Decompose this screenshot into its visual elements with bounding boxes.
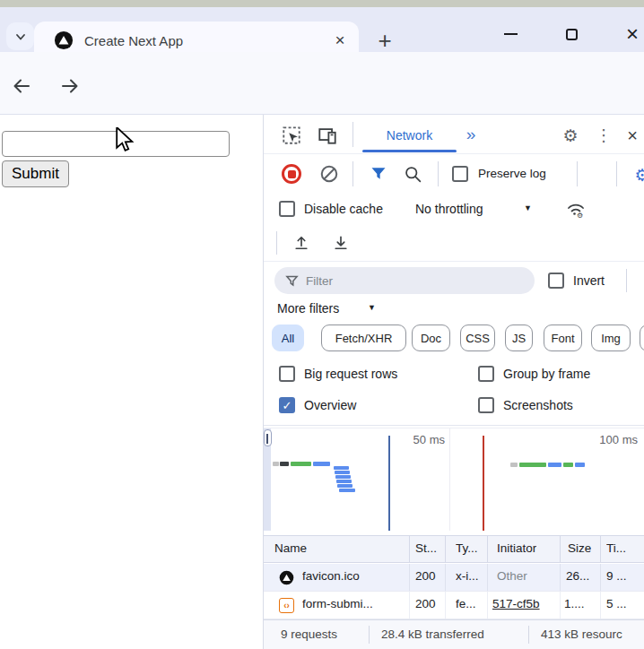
request-row-form-submission[interactable]: ‹› form-submi... 200 fe... 517-cf5b 1...… [264,592,644,619]
record-icon [282,164,301,184]
more-filters-button[interactable]: More filters [277,301,339,316]
tab-close-button[interactable]: × [328,29,352,52]
new-tab-button[interactable]: + [370,25,400,56]
gear-icon: ⚙ [634,165,644,186]
timeline-bar [575,463,585,467]
submit-button[interactable]: Submit [2,160,69,187]
overview-label: Overview [304,398,356,412]
tab-search-button[interactable] [6,22,34,50]
filter-chip-img[interactable]: Img [591,324,631,351]
timeline-bar [563,463,573,467]
devtools-settings-button[interactable]: ⚙ [557,122,584,149]
tab-network[interactable]: Network [362,118,457,152]
domcontentloaded-line [388,436,390,531]
preserve-log-checkbox[interactable] [452,166,468,182]
more-panels-button[interactable]: » [457,118,484,151]
timeline-bar [335,475,351,479]
mouse-cursor-icon [115,127,136,152]
disable-cache-label: Disable cache [304,202,383,216]
clear-icon [319,164,339,184]
timeline-scroll-handle[interactable] [264,429,272,446]
disable-cache-checkbox[interactable] [279,201,295,217]
desktop-edge-strip [0,0,644,7]
column-header-type[interactable]: Ty... [456,541,478,555]
inspect-element-button[interactable] [278,122,305,149]
timeline-bar [313,462,330,466]
filter-chip-css[interactable]: CSS [460,324,495,351]
screenshots-checkbox[interactable] [478,397,494,413]
throttling-row: Disable cache No throttling ▼ ⚙ [264,192,644,226]
export-har-button[interactable] [328,230,353,255]
network-summary-bar: 9 requests 28.4 kB transferred 413 kB re… [264,619,644,649]
timeline-bar [519,463,546,467]
filter-chip-all[interactable]: All [272,324,304,351]
timeline-bar [339,489,355,492]
overview-checkbox[interactable]: ✓ [279,397,295,413]
filter-input[interactable]: Filter [274,267,535,294]
load-event-line [483,436,484,531]
window-close-button[interactable]: × [612,14,644,54]
browser-window: Create Next App × + × localhost:3039 [0,0,644,649]
timeline-bar [291,462,311,466]
invert-label: Invert [573,273,605,288]
har-row [264,226,644,262]
filter-chip-fetch-xhr[interactable]: Fetch/XHR [321,324,406,351]
resources-size: 413 kB resourc [541,627,644,641]
devtools-close-button[interactable]: × [621,122,644,149]
column-header-initiator[interactable]: Initiator [497,541,536,555]
invert-checkbox[interactable] [548,273,564,289]
wifi-gear-icon: ⚙ [565,199,587,221]
screenshots-label: Screenshots [503,398,573,412]
inspect-icon [282,125,301,145]
maximize-icon [566,29,578,40]
timeline-tick-50ms: 50 ms [413,433,445,446]
clear-network-log-button[interactable] [317,161,342,186]
column-header-time[interactable]: Ti... [606,541,626,555]
more-filters-caret-icon: ▼ [368,303,376,312]
request-row-favicon[interactable]: favicon.ico 200 x-i... Other 26... 9 ... [264,564,644,592]
group-by-frame-checkbox[interactable] [478,366,494,382]
upload-icon [292,234,310,252]
big-request-rows-checkbox[interactable] [279,366,295,382]
column-header-status[interactable]: St... [415,541,437,555]
throttling-select[interactable]: No throttling [415,202,483,216]
network-settings-button[interactable]: ⚙ [629,161,644,188]
big-request-rows-label: Big request rows [304,367,397,381]
column-header-size[interactable]: Size [568,541,591,555]
timeline-scrollbar[interactable] [264,428,271,531]
column-header-name[interactable]: Name [274,541,307,555]
record-network-log-button[interactable] [279,161,304,186]
chevron-down-icon [14,30,27,43]
group-by-frame-label: Group by frame [503,367,590,381]
filter-toggle-button[interactable] [366,161,391,186]
devtools-menu-button[interactable]: ⋮ [592,122,615,149]
device-toolbar-button[interactable] [314,122,341,149]
import-har-button[interactable] [289,230,314,255]
filter-placeholder: Filter [306,274,333,288]
filter-chip-js[interactable]: JS [505,324,533,351]
maximize-button[interactable] [551,14,592,54]
checkmark-icon: ✓ [283,399,292,412]
filter-chip-doc[interactable]: Doc [412,324,450,351]
preserve-log-label: Preserve log [478,167,546,180]
search-button[interactable] [400,161,425,186]
timeline-bar [510,463,518,467]
gear-icon: ⚙ [562,125,578,146]
network-conditions-button[interactable]: ⚙ [562,197,589,222]
kebab-menu-icon: ⋮ [596,125,612,145]
back-button[interactable] [5,70,38,102]
timeline-bar [273,462,279,466]
filter-chip-font[interactable]: Font [544,324,582,351]
request-type: fe... [456,597,485,610]
timeline-bar [548,463,561,467]
request-time: 9 ... [606,569,642,583]
page-content: Submit [0,115,263,649]
forward-button[interactable] [54,70,86,102]
network-overview-timeline[interactable]: 50 ms 100 ms [264,428,644,531]
tab-strip: Create Next App × + × [0,7,644,52]
filter-chip-partial[interactable] [640,324,644,351]
minimize-button[interactable] [490,14,531,54]
request-time: 5 ... [606,597,642,610]
request-initiator-link[interactable]: 517-cf5b [492,597,555,610]
close-icon: × [627,125,638,146]
